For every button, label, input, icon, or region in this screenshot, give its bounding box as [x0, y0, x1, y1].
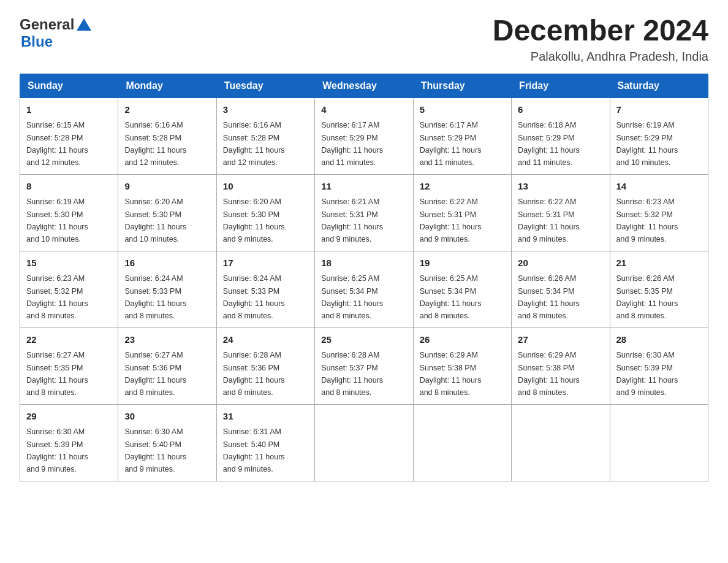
- day-info: Sunrise: 6:17 AMSunset: 5:29 PMDaylight:…: [321, 121, 383, 167]
- day-info: Sunrise: 6:25 AMSunset: 5:34 PMDaylight:…: [420, 274, 482, 320]
- day-info: Sunrise: 6:26 AMSunset: 5:34 PMDaylight:…: [518, 274, 580, 320]
- day-number: 16: [124, 256, 210, 270]
- month-title: December 2024: [493, 15, 708, 47]
- col-tuesday: Tuesday: [216, 74, 314, 98]
- table-row: 7 Sunrise: 6:19 AMSunset: 5:29 PMDayligh…: [610, 98, 708, 174]
- day-info: Sunrise: 6:25 AMSunset: 5:34 PMDaylight:…: [321, 274, 383, 320]
- day-number: 19: [420, 256, 505, 270]
- day-info: Sunrise: 6:16 AMSunset: 5:28 PMDaylight:…: [223, 121, 285, 167]
- day-info: Sunrise: 6:23 AMSunset: 5:32 PMDaylight:…: [616, 197, 678, 243]
- day-number: 12: [420, 180, 505, 194]
- day-number: 8: [26, 180, 112, 194]
- day-number: 20: [518, 256, 603, 270]
- table-row: 12 Sunrise: 6:22 AMSunset: 5:31 PMDaylig…: [413, 174, 511, 251]
- day-info: Sunrise: 6:21 AMSunset: 5:31 PMDaylight:…: [321, 197, 383, 243]
- day-info: Sunrise: 6:30 AMSunset: 5:39 PMDaylight:…: [616, 351, 678, 397]
- day-number: 5: [420, 103, 505, 117]
- table-row: 21 Sunrise: 6:26 AMSunset: 5:35 PMDaylig…: [610, 251, 708, 327]
- col-wednesday: Wednesday: [315, 74, 413, 98]
- table-row: 16 Sunrise: 6:24 AMSunset: 5:33 PMDaylig…: [118, 251, 216, 327]
- day-info: Sunrise: 6:17 AMSunset: 5:29 PMDaylight:…: [420, 121, 482, 167]
- day-number: 21: [616, 256, 702, 270]
- day-number: 29: [26, 410, 112, 424]
- day-info: Sunrise: 6:15 AMSunset: 5:28 PMDaylight:…: [26, 121, 88, 167]
- calendar-week-row: 15 Sunrise: 6:23 AMSunset: 5:32 PMDaylig…: [20, 251, 708, 327]
- day-number: 18: [321, 256, 406, 270]
- day-info: Sunrise: 6:27 AMSunset: 5:35 PMDaylight:…: [26, 351, 88, 397]
- table-row: 25 Sunrise: 6:28 AMSunset: 5:37 PMDaylig…: [315, 327, 413, 404]
- title-block: December 2024 Palakollu, Andhra Pradesh,…: [493, 15, 708, 64]
- day-number: 1: [26, 103, 112, 117]
- day-number: 25: [321, 333, 406, 347]
- day-number: 28: [616, 333, 702, 347]
- day-number: 30: [124, 410, 210, 424]
- day-number: 11: [321, 180, 406, 194]
- calendar-week-row: 8 Sunrise: 6:19 AMSunset: 5:30 PMDayligh…: [20, 174, 708, 251]
- day-number: 9: [124, 180, 210, 194]
- table-row: 9 Sunrise: 6:20 AMSunset: 5:30 PMDayligh…: [118, 174, 216, 251]
- table-row: 14 Sunrise: 6:23 AMSunset: 5:32 PMDaylig…: [610, 174, 708, 251]
- table-row: 30 Sunrise: 6:30 AMSunset: 5:40 PMDaylig…: [118, 404, 216, 481]
- table-row: 23 Sunrise: 6:27 AMSunset: 5:36 PMDaylig…: [118, 327, 216, 404]
- table-row: 6 Sunrise: 6:18 AMSunset: 5:29 PMDayligh…: [512, 98, 610, 174]
- table-row: 3 Sunrise: 6:16 AMSunset: 5:28 PMDayligh…: [216, 98, 314, 174]
- table-row: [413, 404, 511, 481]
- day-info: Sunrise: 6:18 AMSunset: 5:29 PMDaylight:…: [518, 121, 580, 167]
- day-info: Sunrise: 6:27 AMSunset: 5:36 PMDaylight:…: [124, 351, 186, 397]
- day-number: 24: [223, 333, 308, 347]
- table-row: [610, 404, 708, 481]
- table-row: [512, 404, 610, 481]
- day-info: Sunrise: 6:30 AMSunset: 5:40 PMDaylight:…: [124, 427, 186, 473]
- logo-blue-text: Blue: [21, 33, 53, 50]
- logo-general-text: General: [20, 16, 74, 33]
- table-row: 18 Sunrise: 6:25 AMSunset: 5:34 PMDaylig…: [315, 251, 413, 327]
- table-row: 8 Sunrise: 6:19 AMSunset: 5:30 PMDayligh…: [20, 174, 118, 251]
- day-number: 13: [518, 180, 603, 194]
- day-number: 14: [616, 180, 702, 194]
- day-info: Sunrise: 6:23 AMSunset: 5:32 PMDaylight:…: [26, 274, 88, 320]
- day-info: Sunrise: 6:24 AMSunset: 5:33 PMDaylight:…: [223, 274, 285, 320]
- day-info: Sunrise: 6:22 AMSunset: 5:31 PMDaylight:…: [420, 197, 482, 243]
- day-info: Sunrise: 6:19 AMSunset: 5:30 PMDaylight:…: [26, 197, 88, 243]
- table-row: 24 Sunrise: 6:28 AMSunset: 5:36 PMDaylig…: [216, 327, 314, 404]
- day-number: 27: [518, 333, 603, 347]
- table-row: 27 Sunrise: 6:29 AMSunset: 5:38 PMDaylig…: [512, 327, 610, 404]
- day-number: 10: [223, 180, 308, 194]
- calendar-week-row: 1 Sunrise: 6:15 AMSunset: 5:28 PMDayligh…: [20, 98, 708, 174]
- table-row: 17 Sunrise: 6:24 AMSunset: 5:33 PMDaylig…: [216, 251, 314, 327]
- day-info: Sunrise: 6:20 AMSunset: 5:30 PMDaylight:…: [124, 197, 186, 243]
- table-row: 13 Sunrise: 6:22 AMSunset: 5:31 PMDaylig…: [512, 174, 610, 251]
- table-row: [315, 404, 413, 481]
- day-info: Sunrise: 6:28 AMSunset: 5:37 PMDaylight:…: [321, 351, 383, 397]
- table-row: 19 Sunrise: 6:25 AMSunset: 5:34 PMDaylig…: [413, 251, 511, 327]
- table-row: 15 Sunrise: 6:23 AMSunset: 5:32 PMDaylig…: [20, 251, 118, 327]
- location-subtitle: Palakollu, Andhra Pradesh, India: [493, 50, 708, 64]
- day-info: Sunrise: 6:22 AMSunset: 5:31 PMDaylight:…: [518, 197, 580, 243]
- table-row: 31 Sunrise: 6:31 AMSunset: 5:40 PMDaylig…: [216, 404, 314, 481]
- table-row: 28 Sunrise: 6:30 AMSunset: 5:39 PMDaylig…: [610, 327, 708, 404]
- table-row: 11 Sunrise: 6:21 AMSunset: 5:31 PMDaylig…: [315, 174, 413, 251]
- table-row: 4 Sunrise: 6:17 AMSunset: 5:29 PMDayligh…: [315, 98, 413, 174]
- day-number: 26: [420, 333, 505, 347]
- table-row: 2 Sunrise: 6:16 AMSunset: 5:28 PMDayligh…: [118, 98, 216, 174]
- day-info: Sunrise: 6:24 AMSunset: 5:33 PMDaylight:…: [124, 274, 186, 320]
- col-saturday: Saturday: [610, 74, 708, 98]
- table-row: 10 Sunrise: 6:20 AMSunset: 5:30 PMDaylig…: [216, 174, 314, 251]
- day-number: 15: [26, 256, 112, 270]
- day-info: Sunrise: 6:31 AMSunset: 5:40 PMDaylight:…: [223, 427, 285, 473]
- day-info: Sunrise: 6:20 AMSunset: 5:30 PMDaylight:…: [223, 197, 285, 243]
- day-info: Sunrise: 6:28 AMSunset: 5:36 PMDaylight:…: [223, 351, 285, 397]
- svg-marker-0: [77, 18, 91, 31]
- day-number: 7: [616, 103, 702, 117]
- table-row: 29 Sunrise: 6:30 AMSunset: 5:39 PMDaylig…: [20, 404, 118, 481]
- table-row: 1 Sunrise: 6:15 AMSunset: 5:28 PMDayligh…: [20, 98, 118, 174]
- logo: General Blue: [20, 15, 93, 50]
- day-info: Sunrise: 6:29 AMSunset: 5:38 PMDaylight:…: [420, 351, 482, 397]
- col-sunday: Sunday: [20, 74, 118, 98]
- calendar-header-row: Sunday Monday Tuesday Wednesday Thursday…: [20, 74, 708, 98]
- day-number: 2: [124, 103, 210, 117]
- col-monday: Monday: [118, 74, 216, 98]
- day-number: 22: [26, 333, 112, 347]
- table-row: 26 Sunrise: 6:29 AMSunset: 5:38 PMDaylig…: [413, 327, 511, 404]
- day-number: 31: [223, 410, 308, 424]
